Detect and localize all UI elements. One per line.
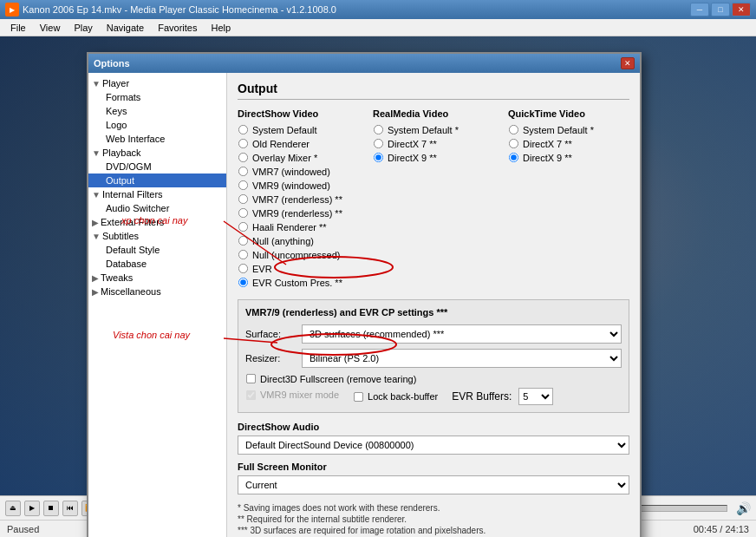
- realmedia-video-title: RealMedia Video: [373, 108, 494, 119]
- directshow-video-column: DirectShow Video System Default Old Rend…: [238, 108, 359, 291]
- lock-backbuffer-label: Lock back-buffer: [368, 391, 438, 402]
- radio-evr-custom[interactable]: EVR Custom Pres. **: [238, 277, 359, 288]
- radio-vmr7-renderless[interactable]: VMR7 (renderless) **: [238, 193, 359, 205]
- minimize-button[interactable]: ─: [690, 3, 709, 16]
- tree-output[interactable]: Output: [88, 174, 226, 187]
- radio-null-anything[interactable]: Null (anything): [238, 235, 359, 246]
- radio-null-uncompressed[interactable]: Null (uncompressed): [238, 249, 359, 260]
- expand-icon: ▶: [92, 273, 99, 283]
- radio-qt-dx7[interactable]: DirectX 7 **: [508, 138, 629, 149]
- fullscreen-select[interactable]: Current: [238, 475, 629, 494]
- section-title: Output: [238, 82, 629, 100]
- directshow-audio-section: DirectShow Audio Default DirectSound Dev…: [238, 422, 629, 455]
- window-title: Kanon 2006 Ep 14.mkv - Media Player Clas…: [23, 4, 690, 15]
- tree-audio-switcher[interactable]: Audio Switcher: [88, 201, 226, 215]
- menu-favorites[interactable]: Favorites: [151, 21, 204, 35]
- menubar: File View Play Navigate Favorites Help: [0, 19, 756, 36]
- radio-qt-system-default[interactable]: System Default *: [508, 124, 629, 135]
- expand-icon: ▼: [92, 190, 101, 200]
- open-button[interactable]: ⏏: [5, 501, 21, 516]
- tree-external-filters[interactable]: ▶ External Filters: [88, 215, 226, 229]
- radio-qt-dx9[interactable]: DirectX 9 **: [508, 152, 629, 163]
- note-3: *** 3D surfaces are required for image r…: [238, 526, 629, 535]
- radio-evr[interactable]: EVR: [238, 263, 359, 274]
- close-button[interactable]: ✕: [732, 3, 751, 16]
- options-dialog: Options ✕ ▼ Player Formats Keys Logo Web…: [87, 52, 642, 537]
- surface-row: Surface: 3D surfaces (recommended) ***: [245, 324, 622, 344]
- notes-section: * Saving images does not work with these…: [238, 503, 629, 535]
- tree-playback[interactable]: ▼ Playback: [88, 146, 226, 160]
- tree-dvd-ogm[interactable]: DVD/OGM: [88, 160, 226, 174]
- evr-buffers-select[interactable]: 5: [518, 388, 553, 405]
- tree-player[interactable]: ▼ Player: [88, 76, 226, 90]
- titlebar: ▶ Kanon 2006 Ep 14.mkv - Media Player Cl…: [0, 0, 756, 19]
- tree-default-style[interactable]: Default Style: [88, 243, 226, 257]
- vmr-settings-section: VMR7/9 (renderless) and EVR CP settings …: [238, 299, 629, 413]
- stop-button[interactable]: ⏹: [43, 501, 59, 516]
- menu-file[interactable]: File: [3, 21, 33, 35]
- status-paused: Paused: [7, 524, 39, 534]
- vmr-section-title: VMR7/9 (renderless) and EVR CP settings …: [245, 307, 622, 318]
- expand-icon: ▼: [92, 232, 101, 241]
- dialog-titlebar: Options ✕: [88, 54, 640, 73]
- radio-vmr7-windowed[interactable]: VMR7 (windowed): [238, 166, 359, 177]
- tree-subtitles[interactable]: ▼ Subtitles: [88, 229, 226, 243]
- surface-select[interactable]: 3D surfaces (recommended) ***: [302, 324, 622, 344]
- evr-buffers-label: EVR Buffers:: [452, 390, 512, 403]
- tree-database[interactable]: Database: [88, 257, 226, 271]
- direct3d-row[interactable]: Direct3D Fullscreen (remove tearing): [245, 373, 622, 384]
- expand-icon: ▼: [92, 148, 101, 158]
- radio-haali-renderer[interactable]: Haali Renderer **: [238, 221, 359, 232]
- vmr9-mixer-row[interactable]: VMR9 mixer mode: [245, 390, 339, 401]
- tree-keys[interactable]: Keys: [88, 104, 226, 118]
- radio-overlay-mixer[interactable]: Overlay Mixer *: [238, 152, 359, 163]
- lock-backbuffer-checkbox[interactable]: [354, 391, 363, 401]
- tree-logo[interactable]: Logo: [88, 118, 226, 132]
- content-panel: Output DirectShow Video System Default O…: [227, 73, 640, 537]
- dialog-body: ▼ Player Formats Keys Logo Web Interface…: [88, 73, 640, 537]
- menu-help[interactable]: Help: [204, 21, 238, 35]
- radio-old-renderer[interactable]: Old Renderer: [238, 138, 359, 149]
- expand-icon: ▼: [92, 79, 101, 88]
- radio-vmr9-windowed[interactable]: VMR9 (windowed): [238, 180, 359, 191]
- radio-rm-system-default[interactable]: System Default *: [373, 124, 494, 135]
- radio-rm-dx9[interactable]: DirectX 9 **: [373, 152, 494, 163]
- tree-internal-filters[interactable]: ▼ Internal Filters: [88, 187, 226, 201]
- tree-miscellaneous[interactable]: ▶ Miscellaneous: [88, 285, 226, 298]
- resizer-select[interactable]: Bilinear (PS 2.0): [302, 349, 622, 368]
- vmr9-mixer-label: VMR9 mixer mode: [260, 390, 339, 400]
- fullscreen-section: Full Screen Monitor Current: [238, 462, 629, 494]
- direct3d-checkbox[interactable]: [246, 374, 256, 383]
- radio-system-default[interactable]: System Default: [238, 124, 359, 135]
- radio-rm-dx7[interactable]: DirectX 7 **: [373, 138, 494, 149]
- directshow-audio-select[interactable]: Default DirectSound Device (00800000): [238, 435, 629, 455]
- resizer-row: Resizer: Bilinear (PS 2.0): [245, 349, 622, 368]
- directshow-video-title: DirectShow Video: [238, 108, 359, 119]
- expand-icon: ▶: [92, 218, 99, 227]
- prev-button[interactable]: ⏮: [62, 501, 78, 516]
- app-icon: ▶: [5, 3, 19, 16]
- titlebar-buttons: ─ □ ✕: [690, 3, 751, 16]
- menu-navigate[interactable]: Navigate: [100, 21, 151, 35]
- fullscreen-title: Full Screen Monitor: [238, 462, 629, 472]
- menu-play[interactable]: Play: [67, 21, 99, 35]
- options-tree: ▼ Player Formats Keys Logo Web Interface…: [88, 73, 227, 537]
- dialog-close-button[interactable]: ✕: [621, 57, 635, 69]
- maximize-button[interactable]: □: [711, 3, 730, 16]
- menu-view[interactable]: View: [33, 21, 68, 35]
- status-time: 00:45 / 24:13: [694, 524, 749, 534]
- play-button[interactable]: ▶: [24, 501, 40, 516]
- lock-backbuffer-row[interactable]: Lock back-buffer: [353, 391, 438, 403]
- note-2: ** Required for the internal subtitle re…: [238, 514, 629, 524]
- radio-vmr9-renderless[interactable]: VMR9 (renderless) **: [238, 207, 359, 219]
- resizer-label: Resizer:: [245, 353, 302, 363]
- tree-tweaks[interactable]: ▶ Tweaks: [88, 271, 226, 285]
- tree-formats[interactable]: Formats: [88, 90, 226, 104]
- directshow-audio-title: DirectShow Audio: [238, 422, 629, 432]
- quicktime-video-column: QuickTime Video System Default * DirectX…: [508, 108, 629, 291]
- direct3d-label: Direct3D Fullscreen (remove tearing): [260, 374, 416, 384]
- vmr9-mixer-checkbox[interactable]: [246, 390, 256, 399]
- tree-web-interface[interactable]: Web Interface: [88, 132, 226, 146]
- expand-icon: ▶: [92, 287, 99, 297]
- note-1: * Saving images does not work with these…: [238, 503, 629, 513]
